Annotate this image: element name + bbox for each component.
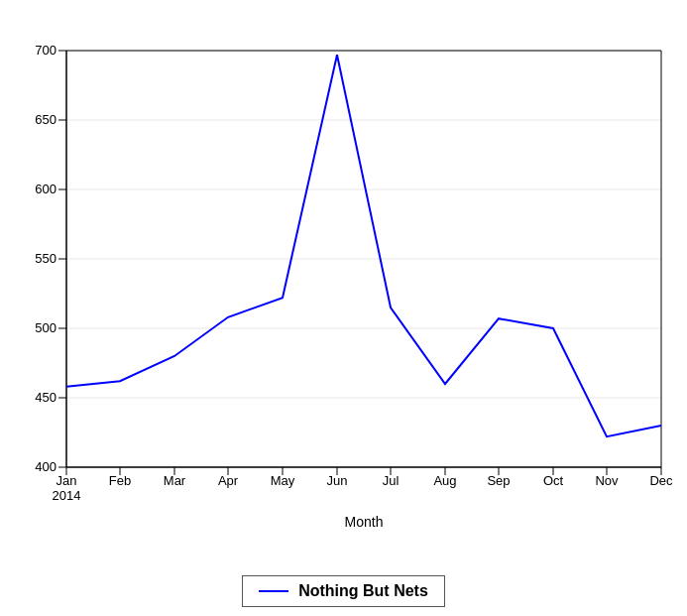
ylabel-650: 650 [35,112,57,127]
xlabel-may: May [270,473,294,488]
xlabel-nov: Nov [595,473,619,488]
ylabel-400: 400 [35,459,57,474]
ylabel-550: 550 [35,251,57,266]
x-axis-title: Month [344,514,383,530]
xlabel-apr: Apr [217,473,238,488]
data-line [66,55,661,436]
xlabel-feb: Feb [108,473,130,488]
legend-line-symbol [259,590,288,592]
ylabel-500: 500 [35,320,57,335]
xlabel-jul: Jul [382,473,399,488]
ylabel-450: 450 [35,390,57,405]
xlabel-jan: Jan [56,473,76,488]
xlabel-2014: 2014 [52,488,80,503]
ylabel-700: 700 [35,43,57,58]
xlabel-aug: Aug [433,473,456,488]
xlabel-jun: Jun [326,473,347,488]
xlabel-dec: Dec [649,473,673,488]
xlabel-sep: Sep [487,473,510,488]
chart-legend: Nothing But Nets [242,575,445,607]
legend-label: Nothing But Nets [298,582,428,600]
chart-svg: 700 650 600 550 500 450 400 [7,6,681,571]
ylabel-600: 600 [35,182,57,196]
chart-area: 700 650 600 550 500 450 400 [7,6,681,571]
xlabel-oct: Oct [542,473,563,488]
chart-container: 700 650 600 550 500 450 400 [7,6,681,611]
xlabel-mar: Mar [163,473,185,488]
